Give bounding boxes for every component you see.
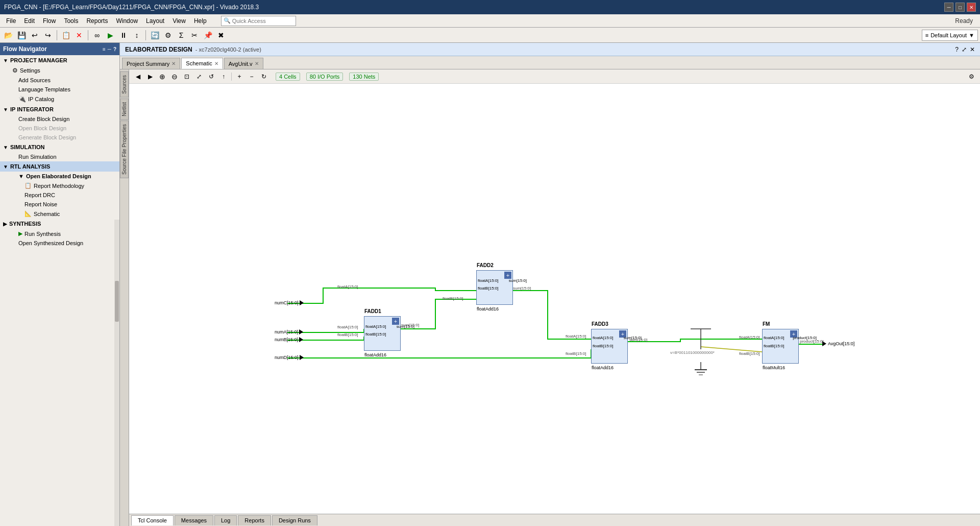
close-button[interactable]: ✕ xyxy=(967,3,976,12)
sc-full-screen[interactable]: ⤢ xyxy=(193,71,205,82)
tb-settings[interactable]: ⚙ xyxy=(162,29,174,41)
sc-fit-window[interactable]: ⊡ xyxy=(181,71,192,82)
block-fadd3[interactable]: FADD3 + floatAdd16 floatA[15:0] floatB[1… xyxy=(591,329,628,364)
btm-tab-messages[interactable]: Messages xyxy=(175,515,213,525)
flow-nav-collapse[interactable]: ─ xyxy=(108,46,111,52)
tab-avgunit[interactable]: AvgUnit.v ✕ xyxy=(224,58,263,69)
tb-sigma[interactable]: Σ xyxy=(175,29,187,41)
tb-refresh[interactable]: 🔄 xyxy=(149,29,161,41)
btm-tab-design-runs[interactable]: Design Runs xyxy=(272,515,317,525)
schematic-toolbar: ◀ ▶ ⊕ ⊖ ⊡ ⤢ ↺ ↑ + − ↻ 4 Cells 80 I/O Por… xyxy=(129,69,980,84)
wire-numc-fadd2 xyxy=(287,288,476,303)
vert-tab-source-file-props[interactable]: Source File Properties xyxy=(120,121,129,178)
arrow-elaborated-design: ▼ xyxy=(18,173,24,179)
tb-step[interactable]: ↕ xyxy=(131,29,143,41)
block-fadd1[interactable]: FADD1 + floatAdd16 floatA[15:0] floatB[1… xyxy=(364,316,401,351)
tb-cut[interactable]: ✂ xyxy=(188,29,201,41)
menu-edit[interactable]: Edit xyxy=(20,16,39,26)
tab-project-summary[interactable]: Project Summary ✕ xyxy=(122,58,180,69)
section-ip-integrator[interactable]: ▼ IP INTEGRATOR xyxy=(0,104,119,114)
menu-window[interactable]: Window xyxy=(112,16,142,26)
menu-tools[interactable]: Tools xyxy=(60,16,82,26)
vert-tab-sources[interactable]: Sources xyxy=(120,71,129,98)
nav-settings[interactable]: ⚙ Settings xyxy=(0,65,119,76)
quick-access-search[interactable]: 🔍 xyxy=(221,16,296,26)
btm-tab-tcl-console[interactable]: Tcl Console xyxy=(131,515,174,525)
flow-nav-expand[interactable]: ≡ xyxy=(103,46,106,52)
dropdown-arrow: ▼ xyxy=(969,32,974,38)
section-rtl-analysis[interactable]: ▼ RTL ANALYSIS xyxy=(0,161,119,172)
nav-open-synthesized-design[interactable]: Open Synthesized Design xyxy=(0,238,119,248)
nav-open-elaborated-design[interactable]: ▼ Open Elaborated Design xyxy=(0,172,119,181)
tab-schematic[interactable]: Schematic ✕ xyxy=(181,58,223,69)
maximize-button[interactable]: □ xyxy=(955,3,965,12)
vert-tab-netlist[interactable]: Netlist xyxy=(120,99,129,120)
ready-status: Ready xyxy=(955,17,973,25)
elab-close-icon[interactable]: ✕ xyxy=(970,46,975,53)
layout-dropdown[interactable]: ≡ Default Layout ▼ xyxy=(922,30,978,41)
nav-language-templates[interactable]: Language Templates xyxy=(0,85,119,94)
menu-reports[interactable]: Reports xyxy=(82,16,112,26)
btm-tab-reports[interactable]: Reports xyxy=(238,515,271,525)
sc-remove[interactable]: − xyxy=(246,71,257,82)
nav-run-synthesis[interactable]: ▶ Run Synthesis xyxy=(0,229,119,238)
nav-ip-catalog[interactable]: 🔌 IP Catalog xyxy=(0,94,119,104)
minimize-button[interactable]: ─ xyxy=(944,3,953,12)
nav-schematic[interactable]: 📐 Schematic xyxy=(0,209,119,219)
sc-zoom-in[interactable]: ⊕ xyxy=(157,71,168,82)
elab-help-icon[interactable]: ? xyxy=(955,46,959,53)
sc-zoom-out[interactable]: ⊖ xyxy=(169,71,180,82)
block-fadd1-sublabel: floatAdd16 xyxy=(364,352,386,357)
flow-nav-help[interactable]: ? xyxy=(113,46,116,52)
block-fm[interactable]: FM + floatMult16 floatA[15:0] floatB[15:… xyxy=(762,329,799,364)
tab-project-summary-close[interactable]: ✕ xyxy=(172,61,176,66)
schematic-canvas[interactable]: numC[15:0] numA[15:0] numB[15:0] xyxy=(129,84,980,514)
tb-close[interactable]: ✖ xyxy=(215,29,227,41)
sc-reload[interactable]: ↻ xyxy=(258,71,270,82)
nav-report-methodology[interactable]: 📋 Report Methodology xyxy=(0,181,119,190)
nav-generate-block-design[interactable]: Generate Block Design xyxy=(0,133,119,142)
tb-save[interactable]: 💾 xyxy=(15,29,28,41)
tab-avgunit-close[interactable]: ✕ xyxy=(255,61,259,66)
nav-report-noise[interactable]: Report Noise xyxy=(0,200,119,209)
menu-help[interactable]: Help xyxy=(190,16,211,26)
menu-flow[interactable]: Flow xyxy=(39,16,60,26)
sc-add[interactable]: + xyxy=(234,71,245,82)
tab-schematic-close[interactable]: ✕ xyxy=(214,61,218,66)
block-fadd2[interactable]: FADD2 + floatAdd16 floatA[15:0] floatB[1… xyxy=(476,270,513,305)
section-synthesis[interactable]: ▶ SYNTHESIS xyxy=(0,219,119,229)
nav-create-block-design[interactable]: Create Block Design xyxy=(0,114,119,124)
tb-copy[interactable]: 📋 xyxy=(60,29,72,41)
block-fadd2-plus[interactable]: + xyxy=(504,272,511,279)
tb-undo[interactable]: ↩ xyxy=(29,29,41,41)
block-fadd1-plus[interactable]: + xyxy=(392,318,399,325)
tb-open[interactable]: 📂 xyxy=(2,29,14,41)
tb-redo[interactable]: ↪ xyxy=(42,29,54,41)
tb-run[interactable]: ▶ xyxy=(104,29,116,41)
nav-scrollbar-thumb[interactable] xyxy=(115,281,119,322)
sc-up[interactable]: ↑ xyxy=(218,71,229,82)
section-project-manager[interactable]: ▼ PROJECT MANAGER xyxy=(0,55,119,65)
btm-tab-log[interactable]: Log xyxy=(214,515,237,525)
menu-file[interactable]: File xyxy=(2,16,20,26)
vertical-tabs: Sources Netlist Source File Properties xyxy=(120,69,129,526)
nav-open-block-design[interactable]: Open Block Design xyxy=(0,124,119,133)
nav-add-sources[interactable]: Add Sources xyxy=(0,76,119,85)
nav-run-simulation-label: Run Simulation xyxy=(18,154,57,160)
tb-pin[interactable]: 📌 xyxy=(202,29,214,41)
sc-refresh[interactable]: ↺ xyxy=(206,71,217,82)
sc-forward[interactable]: ▶ xyxy=(144,71,156,82)
block-fadd2-inputa: floatA[15:0] xyxy=(478,278,498,283)
nav-report-drc[interactable]: Report DRC xyxy=(0,190,119,200)
elab-expand-icon[interactable]: ⤢ xyxy=(962,46,967,53)
sc-back[interactable]: ◀ xyxy=(132,71,143,82)
tb-loop[interactable]: ∞ xyxy=(91,29,103,41)
tb-pause[interactable]: ⏸ xyxy=(117,29,130,41)
section-simulation[interactable]: ▼ SIMULATION xyxy=(0,142,119,152)
tb-delete[interactable]: ✕ xyxy=(73,29,85,41)
nav-run-simulation[interactable]: Run Simulation xyxy=(0,152,119,161)
menu-layout[interactable]: Layout xyxy=(142,16,168,26)
menu-view[interactable]: View xyxy=(168,16,190,26)
search-input[interactable] xyxy=(232,18,293,24)
sc-settings[interactable]: ⚙ xyxy=(966,71,977,82)
